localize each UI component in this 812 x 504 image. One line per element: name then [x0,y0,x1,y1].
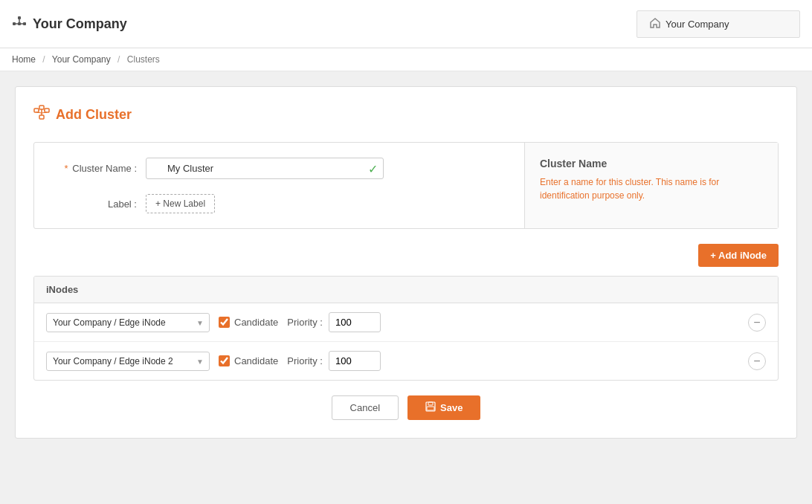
svg-rect-22 [427,407,434,410]
svg-rect-9 [45,109,49,112]
company-dropdown-label: Your Company [666,19,729,30]
app-title-area: Your Company [12,16,127,33]
cluster-name-row: * Cluster Name : [49,158,509,179]
priority-label-2: Priority : [287,355,323,366]
svg-line-14 [36,112,42,113]
help-title: Cluster Name [540,158,763,169]
candidate-label-1: Candidate [234,317,278,328]
app-title: Your Company [33,16,127,32]
company-dropdown[interactable]: Your Company [637,10,800,38]
add-cluster-card: Add Cluster * Cluster Name : [15,86,797,439]
priority-wrap-1: Priority : [287,312,381,332]
svg-rect-10 [39,115,44,119]
candidate-checkbox-2[interactable] [219,355,230,366]
svg-line-15 [42,112,47,113]
remove-inode-button-1[interactable]: − [748,314,766,332]
cluster-icon [33,105,50,124]
label-row: Label : + New Label [49,194,509,213]
add-inode-button[interactable]: + Add iNode [698,244,779,267]
page-title: Add Cluster [56,107,132,123]
label-field-label: Label : [49,198,146,210]
svg-rect-0 [18,16,21,19]
inodes-section: iNodes Your Company / Edge iNode Your Co… [33,276,779,381]
new-label-button[interactable]: + New Label [146,194,215,213]
candidate-label-2: Candidate [234,355,278,366]
candidate-check-2: Candidate [219,355,278,366]
minus-icon: − [753,317,760,329]
cluster-name-input-wrap: ✓ [146,158,384,179]
save-label: Save [440,402,463,413]
breadcrumb-current: Clusters [127,54,160,65]
home-icon [649,17,661,31]
main-content: Add Cluster * Cluster Name : [0,71,812,453]
priority-wrap-2: Priority : [287,351,381,371]
add-inode-row: + Add iNode [33,244,779,267]
label-control-wrap: + New Label [146,194,384,213]
save-button[interactable]: Save [407,395,480,420]
svg-rect-7 [34,109,39,112]
form-section: * Cluster Name : [33,142,779,229]
breadcrumb-sep1: / [42,54,45,65]
breadcrumb-home[interactable]: Home [12,54,36,65]
required-star: * [65,163,68,174]
org-icon [12,16,27,33]
card-title: Add Cluster [33,105,779,124]
form-right: Cluster Name Enter a name for this clust… [525,143,778,228]
priority-input-1[interactable] [329,312,381,332]
cluster-name-input[interactable] [146,158,384,179]
inodes-header: iNodes [34,277,778,303]
candidate-check-1: Candidate [219,317,278,328]
table-row: Your Company / Edge iNode Your Company /… [34,303,778,342]
top-header: Your Company Your Company [0,0,812,48]
help-text: Enter a name for this cluster. This name… [540,175,763,202]
inode-select-wrap-1: Your Company / Edge iNode Your Company /… [46,313,210,332]
priority-input-2[interactable] [329,351,381,371]
remove-inode-button-2[interactable]: − [748,352,766,370]
inode-select-1[interactable]: Your Company / Edge iNode Your Company /… [46,313,210,332]
priority-label-1: Priority : [287,317,323,328]
breadcrumb: Home / Your Company / Clusters [0,48,812,71]
cluster-name-label: * Cluster Name : [49,163,146,174]
inode-select-wrap-2: Your Company / Edge iNode Your Company /… [46,352,210,371]
form-left: * Cluster Name : [34,143,525,228]
cancel-button[interactable]: Cancel [332,395,399,420]
table-row: Your Company / Edge iNode Your Company /… [34,342,778,380]
svg-rect-8 [39,106,44,109]
inodes-body: Your Company / Edge iNode Your Company /… [34,303,778,380]
minus-icon: − [753,355,760,367]
cluster-name-input-container: ✓ [146,158,384,179]
candidate-checkbox-1[interactable] [219,317,230,328]
inode-select-2[interactable]: Your Company / Edge iNode Your Company /… [46,352,210,371]
action-row: Cancel Save [33,395,779,420]
check-icon: ✓ [368,161,378,175]
breadcrumb-company[interactable]: Your Company [52,54,111,65]
breadcrumb-sep2: / [117,54,120,65]
save-icon [425,401,436,414]
